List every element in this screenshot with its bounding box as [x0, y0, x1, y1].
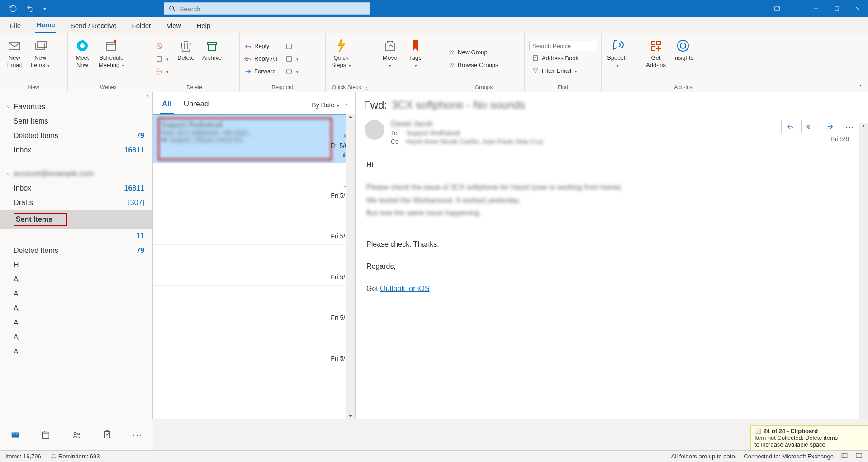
more-actions-button[interactable]: ···: [841, 120, 859, 133]
message-item[interactable]: Support RedhatcallFwd: 3CX softphone - N…: [153, 114, 355, 163]
insights-button[interactable]: Insights: [669, 35, 697, 82]
meeting-button[interactable]: [283, 40, 301, 52]
tab-send-receive[interactable]: Send / Receive: [70, 19, 118, 33]
ribbon: NewEmail NewItems New MeetNow ●ScheduleM…: [0, 33, 868, 92]
status-connection: Connected to: Microsoft Exchange: [744, 453, 834, 460]
more-respond-button[interactable]: [283, 66, 301, 77]
reading-scrollbar[interactable]: ▲: [859, 123, 868, 419]
folder-item[interactable]: A: [0, 345, 152, 359]
tab-help[interactable]: Help: [195, 19, 211, 33]
minimize-button[interactable]: [806, 0, 826, 17]
folder-item[interactable]: A: [0, 272, 152, 287]
reply-all-button[interactable]: Reply All: [242, 53, 280, 65]
people-view-icon[interactable]: [67, 426, 85, 444]
svg-point-0: [170, 6, 174, 10]
reply-action-button[interactable]: [781, 120, 799, 133]
address-book-button[interactable]: Address Book: [529, 52, 597, 64]
forward-action-button[interactable]: [821, 120, 839, 133]
new-email-button[interactable]: NewEmail: [2, 35, 27, 82]
delete-button[interactable]: Delete: [173, 35, 199, 82]
folder-item[interactable]: Deleted Items79: [0, 243, 152, 258]
outlook-ios-link[interactable]: Outlook for iOS: [380, 285, 429, 292]
message-item[interactable]: Fri 5/6: [153, 326, 355, 367]
reply-button[interactable]: Reply: [242, 40, 280, 52]
schedule-meeting-button[interactable]: ●ScheduleMeeting: [95, 35, 128, 82]
tags-button[interactable]: Tags: [403, 35, 428, 82]
message-item[interactable]: Fri 5/6: [153, 286, 355, 326]
folder-item[interactable]: A: [0, 301, 152, 316]
email-body: Hi Please check the issue of 3CX softpho…: [356, 150, 868, 419]
browse-groups-button[interactable]: Browse Groups: [445, 59, 501, 71]
meet-now-button[interactable]: MeetNow: [70, 35, 95, 82]
quick-steps-button[interactable]: QuickSteps: [327, 35, 355, 82]
cleanup-button[interactable]: [153, 53, 171, 65]
folder-item[interactable]: A: [0, 316, 152, 330]
qat-dropdown-icon[interactable]: ▼: [41, 2, 49, 15]
view-normal-icon[interactable]: [841, 452, 848, 461]
folder-item[interactable]: Inbox16811: [0, 143, 152, 157]
tab-unread[interactable]: Unread: [182, 96, 211, 114]
tab-folder[interactable]: Folder: [131, 19, 152, 33]
calendar-view-icon[interactable]: [37, 426, 55, 444]
folder-item[interactable]: H: [0, 258, 152, 272]
undo-icon[interactable]: [24, 2, 37, 15]
archive-button[interactable]: Archive: [199, 35, 225, 82]
clipboard-notification[interactable]: 📋 24 of 24 - Clipboard Item not Collecte…: [750, 425, 868, 450]
get-addins-button[interactable]: GetAdd-ins: [642, 35, 669, 82]
folder-item[interactable]: Inbox16811: [0, 181, 152, 195]
sort-button[interactable]: By Date: [312, 101, 339, 109]
account-header[interactable]: account@example.com: [0, 167, 152, 181]
tab-view[interactable]: View: [166, 19, 182, 33]
speech-button[interactable]: Speech: [603, 35, 631, 82]
status-reminders[interactable]: Reminders: 693: [50, 453, 100, 460]
search-icon: [169, 5, 175, 12]
search-input[interactable]: [179, 5, 365, 13]
tab-file[interactable]: File: [9, 19, 22, 33]
list-scrollbar[interactable]: [346, 114, 355, 419]
sort-reverse-button[interactable]: ↑: [345, 101, 348, 109]
reply-all-action-button[interactable]: [801, 120, 819, 133]
new-items-button[interactable]: NewItems: [27, 35, 53, 82]
email-subject: Fwd: 3CX softphone - No sounds: [356, 92, 868, 115]
message-item[interactable]: →Fri 5/6: [153, 163, 355, 204]
message-item[interactable]: Fri 5/6: [153, 245, 355, 286]
maximize-button[interactable]: [826, 0, 847, 17]
email-date: Fri 5/6: [781, 133, 859, 143]
tasks-view-icon[interactable]: [98, 426, 116, 444]
folder-item[interactable]: 11: [0, 229, 152, 243]
favorites-header[interactable]: Favorites: [0, 100, 152, 114]
folder-item[interactable]: Drafts[307]: [0, 195, 152, 210]
filter-email-button[interactable]: Filter Email: [529, 65, 597, 76]
svg-rect-14: [286, 44, 291, 49]
svg-rect-25: [651, 47, 655, 50]
tab-home[interactable]: Home: [35, 18, 56, 33]
close-button[interactable]: [847, 0, 868, 17]
forward-button[interactable]: Forward: [242, 66, 280, 77]
ignore-button[interactable]: [153, 40, 171, 52]
more-views-icon[interactable]: ···: [128, 426, 147, 444]
message-list-pane: All Unread By Date ↑ Support RedhatcallF…: [153, 92, 356, 419]
collapse-nav-button[interactable]: ‹: [0, 92, 152, 100]
folder-item[interactable]: Sent Items: [0, 114, 152, 129]
folder-item[interactable]: Deleted Items79: [0, 129, 152, 143]
svg-rect-28: [12, 432, 19, 437]
group-label-webex: Webex: [68, 84, 149, 92]
move-button[interactable]: Move: [377, 35, 403, 82]
search-box[interactable]: [164, 2, 370, 15]
coming-soon-icon[interactable]: [767, 0, 787, 17]
folder-item[interactable]: A: [0, 330, 152, 345]
svg-rect-13: [209, 45, 216, 50]
mail-view-icon[interactable]: [6, 426, 24, 444]
collapse-ribbon-button[interactable]: ⌃: [858, 84, 865, 91]
view-reading-icon[interactable]: [855, 452, 863, 461]
junk-button[interactable]: [153, 66, 171, 77]
share-button[interactable]: [283, 53, 301, 65]
quick-refresh-icon[interactable]: [6, 2, 20, 15]
tab-all[interactable]: All: [160, 96, 174, 114]
message-item[interactable]: Fri 5/6: [153, 204, 355, 245]
folder-item[interactable]: A: [0, 287, 152, 301]
search-people-input[interactable]: [529, 41, 597, 51]
sender-avatar: [365, 120, 384, 140]
new-group-button[interactable]: New Group: [445, 47, 501, 58]
folder-item[interactable]: Sent Items: [0, 210, 152, 229]
